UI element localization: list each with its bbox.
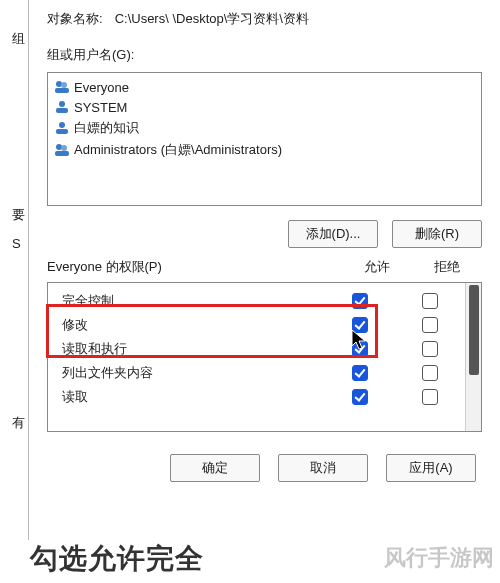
deny-checkbox[interactable] xyxy=(422,365,438,381)
group-label: SYSTEM xyxy=(74,100,127,115)
scrollbar-thumb[interactable] xyxy=(469,285,479,375)
person-icon xyxy=(54,99,70,115)
svg-point-8 xyxy=(61,145,67,151)
left-label-3: S xyxy=(12,236,21,251)
left-label-4: 有 xyxy=(12,414,25,432)
svg-rect-4 xyxy=(56,108,68,113)
svg-point-5 xyxy=(59,122,65,128)
deny-checkbox[interactable] xyxy=(422,341,438,357)
allow-checkbox[interactable] xyxy=(352,389,368,405)
ok-button[interactable]: 确定 xyxy=(170,454,260,482)
person-icon xyxy=(54,120,70,136)
object-name-label: 对象名称: xyxy=(47,10,103,28)
add-button[interactable]: 添加(D)... xyxy=(288,220,378,248)
perm-row-list-folder: 列出文件夹内容 xyxy=(48,361,465,385)
perm-name: 完全控制 xyxy=(62,292,325,310)
deny-checkbox[interactable] xyxy=(422,293,438,309)
allow-header: 允许 xyxy=(342,258,412,276)
deny-checkbox[interactable] xyxy=(422,389,438,405)
svg-point-7 xyxy=(56,144,62,150)
svg-point-1 xyxy=(61,82,67,88)
group-row[interactable]: 白嫖的知识 xyxy=(54,117,475,139)
two-person-icon xyxy=(54,142,70,158)
cancel-button[interactable]: 取消 xyxy=(278,454,368,482)
allow-checkbox[interactable] xyxy=(352,365,368,381)
perm-name: 读取和执行 xyxy=(62,340,325,358)
allow-checkbox[interactable] xyxy=(352,293,368,309)
deny-header: 拒绝 xyxy=(412,258,482,276)
perm-name: 读取 xyxy=(62,388,325,406)
left-label-1: 组 xyxy=(12,30,25,48)
group-row[interactable]: SYSTEM xyxy=(54,97,475,117)
group-row[interactable]: Everyone xyxy=(54,77,475,97)
deny-checkbox[interactable] xyxy=(422,317,438,333)
group-label: 白嫖的知识 xyxy=(74,119,139,137)
svg-rect-9 xyxy=(55,151,69,156)
left-label-2: 要 xyxy=(12,206,25,224)
remove-button[interactable]: 删除(R) xyxy=(392,220,482,248)
left-strip: 组 要 S 有 xyxy=(0,0,28,540)
perm-row-modify: 修改 xyxy=(48,313,465,337)
group-row[interactable]: Administrators (白嫖\Administrators) xyxy=(54,139,475,161)
security-dialog: 对象名称: C:\Users\ \Desktop\学习资料\资料 组或用户名(G… xyxy=(28,0,500,540)
permissions-listbox[interactable]: 完全控制 修改 读取和执行 列出文件夹内容 xyxy=(47,282,482,432)
perm-name: 修改 xyxy=(62,316,325,334)
groups-listbox[interactable]: Everyone SYSTEM 白嫖的知识 Administrators (白嫖… xyxy=(47,72,482,206)
perm-row-read-execute: 读取和执行 xyxy=(48,337,465,361)
group-label: Administrators (白嫖\Administrators) xyxy=(74,141,282,159)
svg-point-0 xyxy=(56,81,62,87)
permissions-title: Everyone 的权限(P) xyxy=(47,258,342,276)
group-label: Everyone xyxy=(74,80,129,95)
perm-name: 列出文件夹内容 xyxy=(62,364,325,382)
watermark-text: 风行手游网 xyxy=(384,543,494,573)
svg-rect-2 xyxy=(55,88,69,93)
perm-row-full-control: 完全控制 xyxy=(48,289,465,313)
svg-rect-6 xyxy=(56,129,68,134)
apply-button[interactable]: 应用(A) xyxy=(386,454,476,482)
two-person-icon xyxy=(54,79,70,95)
svg-point-3 xyxy=(59,101,65,107)
caption-text: 勾选允许完全 xyxy=(30,540,204,578)
object-name-value: C:\Users\ \Desktop\学习资料\资料 xyxy=(115,10,309,28)
perm-row-read: 读取 xyxy=(48,385,465,409)
scrollbar[interactable] xyxy=(465,283,481,431)
allow-checkbox[interactable] xyxy=(352,341,368,357)
groups-label: 组或用户名(G): xyxy=(29,32,500,68)
allow-checkbox[interactable] xyxy=(352,317,368,333)
